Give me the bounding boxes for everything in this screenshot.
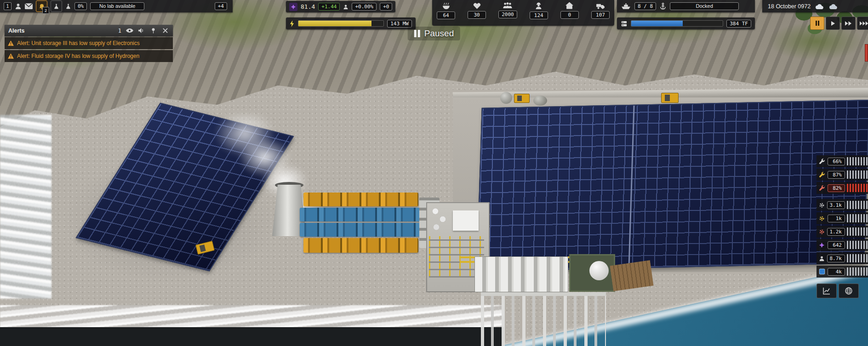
coast-rapids	[0, 115, 51, 299]
maintenance-i-stock-row[interactable]: 3.1k	[817, 199, 868, 211]
electricity-value: 143 MW	[387, 20, 412, 28]
electricity-icon	[290, 20, 295, 27]
maintenance-ii-icon	[818, 171, 826, 178]
workers-row[interactable]: 8.7k	[817, 252, 868, 264]
computing-row[interactable]: 4k	[817, 266, 868, 278]
paused-label: Paused	[424, 28, 454, 39]
turbine-row-4[interactable]	[303, 238, 418, 253]
game-viewport[interactable]: 1 2 0% No lab available +4 81.4 +1.44 +0…	[0, 0, 868, 346]
mail-icon[interactable]	[25, 3, 33, 9]
computing-bar	[631, 20, 723, 27]
maintenance-i-stock-icon	[818, 202, 825, 208]
health-value: 30	[468, 11, 486, 19]
unity-monthly-gain: +1.44	[318, 3, 340, 11]
haul-truck[interactable]	[661, 93, 679, 103]
ship-panel[interactable]: 8 / 8 Docked	[617, 0, 755, 12]
turbine-row-2[interactable]	[300, 208, 422, 221]
warning-icon	[8, 40, 14, 46]
maintenance-ii-history-bars	[847, 170, 868, 179]
profile-badge: 1	[4, 2, 11, 10]
electricity-panel[interactable]: 143 MW	[286, 17, 416, 29]
research-button[interactable]	[51, 0, 62, 12]
computing-value: 4k	[828, 268, 845, 276]
stat-vehicles[interactable]: 107	[591, 2, 610, 19]
ship-icon	[621, 3, 631, 10]
maintenance-iii-stock-icon	[818, 229, 825, 235]
maintenance-ii-stock-row[interactable]: 1k	[817, 212, 868, 224]
unity-icon	[289, 3, 297, 11]
solar-array-east[interactable]	[476, 100, 868, 272]
fast-forward-button[interactable]	[841, 17, 856, 30]
electricity-bar-fill	[298, 21, 371, 26]
statistics-button[interactable]	[817, 284, 837, 298]
computing-panel[interactable]: 384 TF	[617, 17, 755, 29]
alerts-toggle-button[interactable]: 2	[36, 0, 47, 12]
stat-housing[interactable]: 0	[560, 2, 579, 19]
maintenance-ii-row[interactable]: 87%	[817, 169, 868, 181]
turbine-row-3[interactable]	[300, 223, 422, 237]
small-silo[interactable]	[500, 92, 512, 104]
workers-bars	[847, 254, 868, 262]
date-panel[interactable]: 18 October 0972	[762, 0, 868, 12]
unity-icon	[818, 242, 826, 248]
process-vats	[430, 206, 448, 233]
housing-value: 0	[560, 11, 579, 19]
alerts-count: 1	[118, 28, 121, 34]
population-value: 2000	[498, 11, 517, 18]
dome-tank[interactable]	[589, 261, 609, 280]
maintenance-iii-value: 82%	[828, 184, 845, 192]
alert-item[interactable]: Alert: Fluid storage IV has low supply o…	[5, 50, 173, 62]
workers-value: 124	[530, 11, 548, 19]
unity-bars	[847, 241, 868, 249]
pin-icon[interactable]	[149, 27, 157, 34]
storage-tank-row[interactable]	[474, 256, 568, 292]
playback-controls	[810, 17, 868, 30]
play-icon	[831, 21, 835, 26]
seawater-pump-trestles[interactable]	[481, 292, 606, 346]
sound-icon[interactable]	[137, 27, 145, 34]
warning-icon	[8, 53, 14, 59]
maintenance-i-history-bars	[847, 157, 868, 165]
maintenance-iii-row[interactable]: 82%	[817, 182, 868, 194]
close-icon[interactable]	[161, 27, 169, 34]
maintenance-iii-stock-row[interactable]: 1.2k	[817, 226, 868, 238]
alert-text: Alert: Fluid storage IV has low supply o…	[17, 53, 139, 59]
maintenance-i-value: 66%	[828, 158, 845, 165]
fastest-forward-button[interactable]	[857, 17, 868, 30]
alert-item[interactable]: Alert: Unit storage III has low supply o…	[5, 37, 173, 49]
captain-icon[interactable]	[15, 3, 22, 10]
world-map-button[interactable]	[839, 284, 859, 298]
workers-icon	[818, 255, 825, 261]
lab-status[interactable]: No lab available	[90, 2, 144, 10]
stat-health[interactable]: 30	[468, 2, 486, 19]
fastest-forward-icon	[860, 21, 868, 26]
stat-population[interactable]: 2000	[498, 2, 517, 18]
computing-icon	[621, 20, 628, 27]
play-button[interactable]	[826, 17, 840, 30]
unity-value: 81.4	[301, 3, 315, 10]
visibility-icon[interactable]	[126, 27, 133, 34]
forecast-cloud-icon	[829, 4, 838, 9]
workers-value: 8.7k	[827, 255, 845, 262]
stat-workers[interactable]: 124	[530, 2, 548, 19]
haul-truck[interactable]	[514, 94, 530, 103]
topbar-left: 1 2 0% No lab available +4	[0, 0, 233, 12]
pop-growth-extra: +0	[380, 3, 392, 11]
vehicles-value: 107	[591, 11, 610, 19]
pause-button[interactable]	[810, 17, 824, 30]
maintenance-i-icon	[818, 158, 826, 164]
pause-icon	[818, 21, 819, 26]
screen-edge-alert-tab[interactable]	[865, 44, 868, 62]
research-queue-extra[interactable]: +4	[215, 2, 227, 10]
flask-icon	[53, 3, 59, 9]
maintenance-i-stock-bars	[847, 201, 868, 209]
maintenance-i-row[interactable]: 66%	[817, 155, 868, 167]
unity-population-panel[interactable]: 81.4 +1.44 +0.00% +0	[286, 1, 395, 12]
small-silo[interactable]	[533, 96, 547, 106]
unity-row[interactable]: 642	[817, 239, 868, 251]
fast-forward-icon	[845, 21, 852, 26]
turbine-row-1[interactable]	[303, 193, 418, 206]
panel-divider	[817, 195, 868, 199]
stat-food[interactable]: 64	[437, 2, 455, 19]
vehicles-icon	[596, 2, 605, 9]
